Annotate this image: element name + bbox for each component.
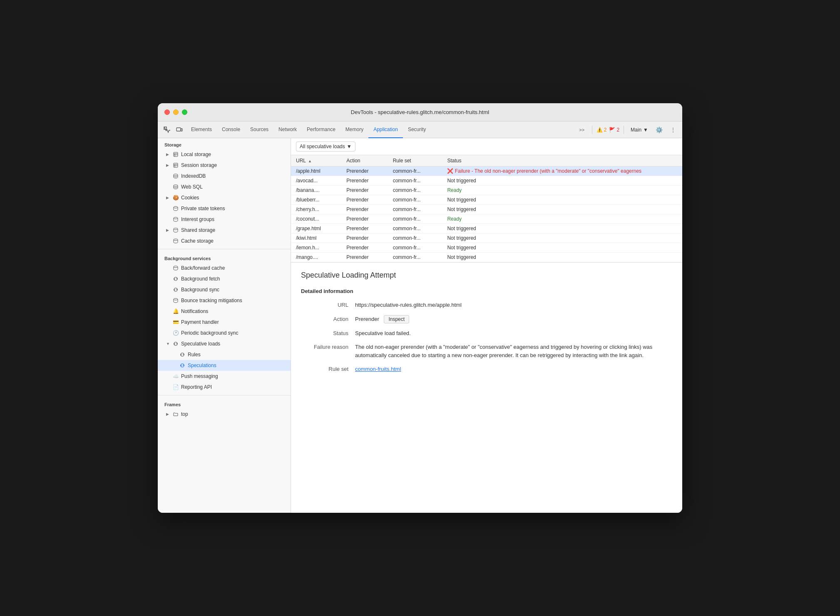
sidebar-item-private-state[interactable]: ▶ Private state tokens: [158, 203, 291, 214]
shared-storage-label: Shared storage: [181, 227, 215, 233]
sidebar-item-top[interactable]: ▶ top: [158, 409, 291, 420]
expand-arrow-icon: ▶: [166, 152, 170, 156]
status-label: Status: [301, 329, 355, 336]
svg-rect-1: [176, 128, 181, 131]
cell-action: Prerender: [341, 253, 388, 262]
tab-security[interactable]: Security: [403, 122, 431, 138]
cell-ruleset: common-fr...: [388, 176, 442, 186]
tab-memory[interactable]: Memory: [340, 122, 368, 138]
table-row[interactable]: /coconut...Prerendercommon-fr...Ready: [291, 214, 682, 224]
sidebar-item-notifications[interactable]: ▶ 🔔 Notifications: [158, 306, 291, 317]
frames-section-header: Frames: [158, 398, 291, 409]
col-url[interactable]: URL ▲: [291, 155, 341, 166]
cell-status: Ready: [442, 214, 682, 224]
sidebar-item-bounce-tracking[interactable]: ▶ Bounce tracking mitigations: [158, 295, 291, 306]
sidebar-item-push-messaging[interactable]: ▶ ☁️ Push messaging: [158, 371, 291, 382]
table-row[interactable]: /grape.htmlPrerendercommon-fr...Not trig…: [291, 224, 682, 233]
cell-url: /cherry.h...: [291, 205, 341, 214]
sidebar-item-periodic-bg-sync[interactable]: ▶ 🕐 Periodic background sync: [158, 328, 291, 338]
ruleset-link[interactable]: common-fruits.html: [355, 366, 401, 372]
sidebar-item-rules[interactable]: ▶ Rules: [158, 349, 291, 360]
tab-performance[interactable]: Performance: [302, 122, 340, 138]
sidebar: Storage ▶ Local storage ▶ Session storag…: [158, 138, 291, 513]
device-toolbar-icon[interactable]: [174, 124, 185, 136]
notifications-label: Notifications: [181, 308, 208, 314]
maximize-button[interactable]: [182, 109, 187, 115]
table-row[interactable]: /cherry.h...Prerendercommon-fr...Not tri…: [291, 205, 682, 214]
sidebar-item-bg-fetch[interactable]: ▶ Background fetch: [158, 273, 291, 284]
errors-badge[interactable]: 🚩 2: [609, 127, 619, 133]
detail-section-title: Detailed information: [301, 288, 672, 294]
table-row[interactable]: /mango....Prerendercommon-fr...Not trigg…: [291, 253, 682, 262]
bg-services-header: Background services: [158, 252, 291, 263]
col-status[interactable]: Status: [442, 155, 682, 166]
cell-ruleset: common-fr...: [388, 224, 442, 233]
data-table: URL ▲ Action Rule set Status /apple.html…: [291, 155, 682, 262]
sidebar-item-reporting-api[interactable]: ▶ 📄 Reporting API: [158, 382, 291, 392]
sync-icon: [179, 352, 185, 358]
cell-status: Not triggered: [442, 195, 682, 205]
sidebar-item-local-storage[interactable]: ▶ Local storage: [158, 149, 291, 160]
sidebar-item-cache-storage[interactable]: ▶ Cache storage: [158, 236, 291, 246]
detail-ruleset-row: Rule set common-fruits.html: [301, 365, 672, 373]
table-row[interactable]: /apple.htmlPrerendercommon-fr...❌ Failur…: [291, 166, 682, 176]
sidebar-item-indexeddb[interactable]: ▶ IndexedDB: [158, 171, 291, 181]
sidebar-item-session-storage[interactable]: ▶ Session storage: [158, 160, 291, 171]
main-dropdown[interactable]: Main ▼: [628, 126, 651, 134]
cell-ruleset: common-fr...: [388, 233, 442, 243]
expand-arrow-icon: ▶: [166, 412, 170, 416]
tab-application[interactable]: Application: [368, 122, 403, 138]
tab-elements[interactable]: Elements: [186, 122, 217, 138]
sidebar-item-payment-handler[interactable]: ▶ 💳 Payment handler: [158, 317, 291, 328]
table-row[interactable]: /kiwi.htmlPrerendercommon-fr...Not trigg…: [291, 233, 682, 243]
close-button[interactable]: [164, 109, 170, 115]
sidebar-item-interest-groups[interactable]: ▶ Interest groups: [158, 214, 291, 225]
cell-action: Prerender: [341, 176, 388, 186]
col-action[interactable]: Action: [341, 155, 388, 166]
table-row[interactable]: /banana....Prerendercommon-fr...Ready: [291, 186, 682, 195]
indexeddb-label: IndexedDB: [181, 173, 206, 179]
db-icon: [173, 238, 179, 244]
cell-url: /coconut...: [291, 214, 341, 224]
sidebar-item-speculative-loads[interactable]: ▼ Speculative loads: [158, 338, 291, 349]
sync-icon: [173, 276, 179, 282]
tab-sources[interactable]: Sources: [245, 122, 273, 138]
periodic-bg-sync-label: Periodic background sync: [181, 330, 238, 336]
sidebar-item-web-sql[interactable]: ▶ Web SQL: [158, 181, 291, 192]
detail-panel: Speculative Loading Attempt Detailed inf…: [291, 263, 682, 513]
tab-console[interactable]: Console: [217, 122, 245, 138]
sidebar-item-cookies[interactable]: ▶ 🍪 Cookies: [158, 192, 291, 203]
speculations-label: Speculations: [188, 363, 216, 368]
sidebar-item-speculations[interactable]: ▶ Speculations: [158, 360, 291, 371]
inspect-element-icon[interactable]: [161, 124, 173, 136]
cell-ruleset: common-fr...: [388, 166, 442, 176]
table-row[interactable]: /blueberr...Prerendercommon-fr...Not tri…: [291, 195, 682, 205]
inspect-button[interactable]: Inspect: [384, 315, 409, 323]
sidebar-item-shared-storage[interactable]: ▶ Shared storage: [158, 225, 291, 236]
table-icon: [173, 152, 179, 157]
minimize-button[interactable]: [173, 109, 179, 115]
cookies-label: Cookies: [181, 195, 199, 201]
sidebar-item-bg-sync[interactable]: ▶ Background sync: [158, 284, 291, 295]
cell-action: Prerender: [341, 224, 388, 233]
table-row[interactable]: /lemon.h...Prerendercommon-fr...Not trig…: [291, 243, 682, 253]
push-messaging-label: Push messaging: [181, 373, 218, 379]
warnings-count: 2: [604, 127, 607, 133]
sidebar-item-back-forward[interactable]: ▶ Back/forward cache: [158, 263, 291, 273]
table-row[interactable]: /avocad...Prerendercommon-fr...Not trigg…: [291, 176, 682, 186]
more-options-icon[interactable]: ⋮: [667, 124, 679, 136]
col-ruleset[interactable]: Rule set: [388, 155, 442, 166]
cell-action: Prerender: [341, 186, 388, 195]
url-value: https://speculative-rules.glitch.me/appl…: [355, 301, 672, 309]
expand-arrow-icon: ▶: [166, 163, 170, 167]
db-icon: [173, 265, 179, 271]
payment-icon: 💳: [173, 319, 179, 325]
filter-dropdown[interactable]: All speculative loads ▼: [296, 142, 355, 152]
settings-icon[interactable]: ⚙️: [653, 124, 665, 136]
error-icon: 🚩: [609, 127, 615, 133]
cell-action: Prerender: [341, 214, 388, 224]
more-tabs-button[interactable]: >>: [576, 124, 588, 136]
tab-network[interactable]: Network: [273, 122, 302, 138]
window-title: DevTools - speculative-rules.glitch.me/c…: [351, 109, 489, 115]
warnings-badge[interactable]: ⚠️ 2: [596, 127, 607, 133]
